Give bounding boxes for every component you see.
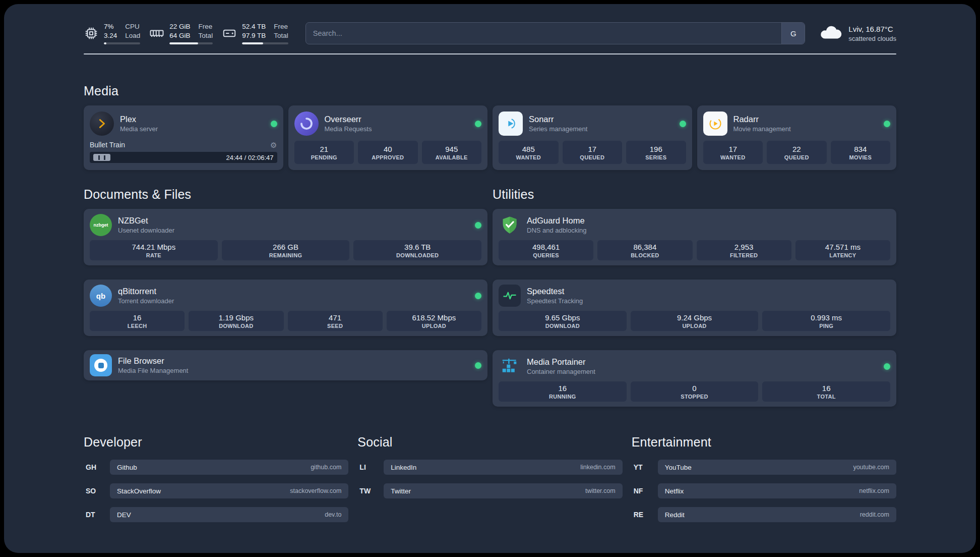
stat-wanted: 17 WANTED	[703, 141, 763, 164]
bookmark-url: youtube.com	[853, 464, 889, 471]
stat-downloaded: 39.6 TB DOWNLOADED	[353, 240, 481, 260]
stat-seed: 471 SEED	[288, 311, 383, 331]
stat-value: 0.993 ms	[811, 313, 842, 322]
developer-heading: Developer	[84, 435, 348, 450]
app-subtitle: Media File Management	[118, 367, 188, 374]
gear-icon[interactable]: ⚙	[270, 141, 277, 149]
app-subtitle: Media Requests	[325, 125, 372, 133]
bookmark-name: Github	[117, 464, 137, 471]
bookmark-abbr: RE	[632, 511, 658, 519]
speedtest-card[interactable]: Speedtest Speedtest Tracking 9.65 Gbps D…	[493, 280, 896, 336]
filebrowser-card[interactable]: File Browser Media File Management	[84, 350, 487, 380]
playback-progress-bar[interactable]: 24:44 / 02:06:47	[90, 152, 277, 163]
stat-label: REMAINING	[269, 252, 302, 258]
stat-filtered: 2,953 FILTERED	[697, 240, 791, 260]
bookmark-abbr: NF	[632, 487, 658, 495]
media-heading: Media	[84, 84, 896, 98]
plex-card[interactable]: Plex Media server Bullet Train ⚙	[84, 105, 283, 170]
stat-value: 47.571 ms	[825, 243, 861, 251]
stat-download: 1.19 Gbps DOWNLOAD	[189, 311, 283, 331]
stat-label: MOVIES	[849, 154, 872, 160]
memory-total-value: 64 GiB	[169, 31, 190, 40]
social-heading: Social	[357, 435, 622, 450]
stat-running: 16 RUNNING	[499, 381, 627, 402]
search-input[interactable]	[306, 23, 782, 44]
bookmark-stackoverflow[interactable]: SO StackOverflow stackoverflow.com	[84, 483, 348, 498]
cpu-stat-body: 7% 3.24 CPU Load	[104, 22, 140, 44]
bookmark-name: Reddit	[665, 511, 685, 519]
pause-button[interactable]	[93, 154, 110, 161]
search-provider-button[interactable]: G	[781, 23, 805, 44]
nzbget-icon-text: nzbget	[94, 222, 108, 228]
app-name: Sonarr	[529, 115, 587, 124]
app-subtitle: Series management	[529, 125, 587, 133]
speedtest-pulse-icon	[499, 285, 521, 307]
portainer-card[interactable]: Media Portainer Container management 16 …	[493, 350, 896, 407]
bookmark-twitter[interactable]: TW Twitter twitter.com	[357, 483, 622, 498]
bookmark-reddit[interactable]: RE Reddit reddit.com	[632, 507, 896, 522]
bookmark-url: twitter.com	[585, 487, 616, 494]
filebrowser-icon-core	[94, 359, 107, 372]
utilities-section: Utilities	[493, 187, 896, 407]
stat-value: 2,953	[734, 243, 754, 251]
status-dot	[475, 362, 481, 369]
bookmark-dev[interactable]: DT DEV dev.to	[84, 507, 348, 522]
stat-wanted: 485 WANTED	[499, 141, 559, 164]
stat-stopped: 0 STOPPED	[631, 381, 759, 402]
app-subtitle: Movie management	[733, 125, 791, 133]
overseerr-icon	[294, 112, 319, 136]
stat-available: 945 AVAILABLE	[422, 141, 482, 164]
bookmark-abbr: GH	[84, 463, 110, 471]
memory-total-label: Total	[199, 31, 213, 40]
stat-label: PING	[819, 323, 833, 329]
stat-label: QUEUED	[784, 154, 809, 160]
entertainment-bookmarks: Entertainment YT YouTube youtube.com NF …	[632, 435, 896, 522]
radarr-card[interactable]: Radarr Movie management 17 WANTED 22 QUE…	[697, 105, 897, 170]
adguard-stats: 498,461 QUERIES 86,384 BLOCKED 2,953 FIL…	[499, 240, 890, 260]
overseerr-card-header: Overseerr Media Requests	[294, 112, 482, 136]
stat-value: 86,384	[633, 243, 656, 251]
app-name: Media Portainer	[527, 357, 595, 367]
stat-leech: 16 LEECH	[90, 311, 185, 331]
overseerr-stats: 21 PENDING 40 APPROVED 945 AVAILABLE	[294, 141, 482, 164]
topbar: 7% 3.24 CPU Load	[84, 21, 896, 45]
bookmark-linkedin[interactable]: LI LinkedIn linkedin.com	[357, 460, 622, 475]
stat-value: 498,461	[532, 243, 560, 251]
stat-queued: 17 QUEUED	[563, 141, 623, 164]
app-name: AdGuard Home	[527, 216, 587, 226]
stat-latency: 47.571 ms LATENCY	[795, 240, 890, 260]
bookmark-netflix[interactable]: NF Netflix netflix.com	[632, 483, 896, 498]
search-bar: G	[305, 22, 806, 44]
stat-value: 618.52 Mbps	[412, 313, 456, 322]
bookmark-url: github.com	[311, 464, 341, 471]
utilities-heading: Utilities	[493, 187, 896, 202]
memory-stat: 22 GiB 64 GiB Free Total	[149, 22, 213, 44]
stat-value: 196	[650, 145, 662, 153]
app-name: File Browser	[118, 356, 188, 366]
documents-section: Documents & Files nzbget NZBGet Usenet d…	[84, 187, 487, 407]
nzbget-stats: 744.21 Mbps RATE 266 GB REMAINING 39.6 T…	[90, 240, 481, 260]
stat-label: WANTED	[516, 154, 541, 160]
bookmark-name: StackOverflow	[117, 487, 161, 495]
qbittorrent-card[interactable]: qb qBittorrent Torrent downloader 16	[84, 280, 487, 336]
stat-label: STOPPED	[681, 394, 708, 400]
bookmark-youtube[interactable]: YT YouTube youtube.com	[632, 460, 896, 475]
sonarr-card[interactable]: Sonarr Series management 485 WANTED 17 Q…	[493, 105, 692, 170]
bookmark-name: LinkedIn	[391, 464, 416, 471]
nzbget-card[interactable]: nzbget NZBGet Usenet downloader 744.21 M…	[84, 209, 487, 265]
radarr-stats: 17 WANTED 22 QUEUED 834 MOVIES	[703, 141, 891, 164]
app-name: NZBGet	[118, 216, 174, 226]
dashboard-panel: 7% 3.24 CPU Load	[4, 4, 976, 553]
qbittorrent-stats: 16 LEECH 1.19 Gbps DOWNLOAD 471 SEED	[90, 311, 481, 331]
stat-value: 22	[792, 145, 801, 153]
stat-queries: 498,461 QUERIES	[499, 240, 593, 260]
status-dot	[475, 293, 481, 299]
sonarr-icon	[499, 112, 523, 136]
adguard-card[interactable]: AdGuard Home DNS and adblocking 498,461 …	[493, 209, 896, 265]
playback-time: 24:44 / 02:06:47	[226, 154, 274, 161]
disk-free-label: Free	[274, 22, 288, 31]
stat-label: QUEUED	[580, 154, 604, 160]
app-subtitle: Media server	[120, 125, 158, 133]
overseerr-card[interactable]: Overseerr Media Requests 21 PENDING 40 A…	[288, 105, 488, 170]
bookmark-github[interactable]: GH Github github.com	[84, 460, 348, 475]
